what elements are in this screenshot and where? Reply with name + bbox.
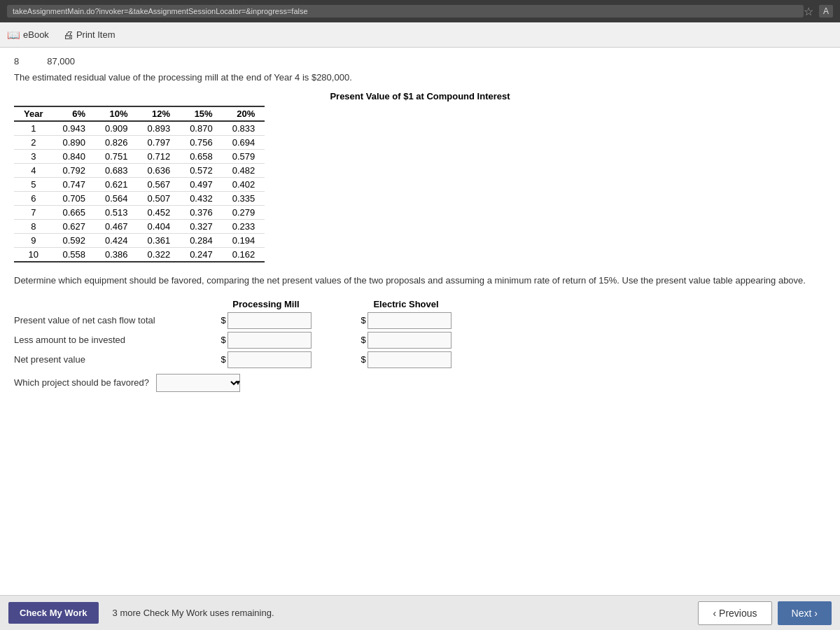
processing-input-0[interactable] — [227, 312, 312, 329]
electric-input-2[interactable] — [368, 351, 451, 368]
processing-input-2[interactable] — [227, 351, 312, 368]
row-8: 8 87,000 — [14, 56, 826, 66]
a-badge: A — [819, 5, 833, 18]
pv-table: Year 6% 10% 12% 15% 20% 10.9430.9090.893… — [14, 106, 265, 262]
which-project-dropdown[interactable]: Processing Mill Electric Shovel — [156, 374, 240, 392]
electric-input-cell-0: $ — [336, 312, 476, 329]
input-row-0: Present value of net cash flow total$$ — [14, 312, 826, 329]
table-title: Present Value of $1 at Compound Interest — [14, 91, 826, 102]
processing-input-cell-0: $ — [196, 312, 336, 329]
table-row: 30.8400.7510.7120.6580.579 — [14, 150, 265, 164]
next-chevron-icon: › — [814, 608, 818, 619]
row-label-2: Net present value — [14, 351, 196, 368]
check-remaining-text: 3 more Check My Work uses remaining. — [113, 608, 274, 618]
nav-buttons: ‹ Previous Next › — [698, 601, 832, 625]
print-icon: 🖨 — [63, 29, 74, 41]
determine-text: Determine which equipment should be favo… — [14, 274, 826, 288]
processing-input-cell-1: $ — [196, 332, 336, 349]
table-row: 70.6650.5130.4520.3760.279 — [14, 206, 265, 220]
pv-table-section: Present Value of $1 at Compound Interest… — [14, 91, 826, 262]
col-15pct: 15% — [180, 106, 223, 121]
table-row: 50.7470.6210.5670.4970.402 — [14, 178, 265, 192]
col-header-electric: Electric Shovel — [336, 299, 476, 309]
electric-input-cell-2: $ — [336, 351, 476, 368]
table-row: 60.7050.5640.5070.4320.335 — [14, 192, 265, 206]
star-icon: ☆ — [804, 5, 813, 18]
ebook-button[interactable]: 📖 eBook — [7, 29, 49, 41]
description-text: The estimated residual value of the proc… — [14, 72, 826, 83]
next-label: Next — [792, 608, 812, 619]
row-label-1: Less amount to be invested — [14, 332, 196, 348]
col-6pct: 6% — [52, 106, 95, 121]
ebook-label: eBook — [23, 29, 49, 40]
table-row: 20.8900.8260.7970.7560.694 — [14, 136, 265, 150]
row-value: 87,000 — [47, 56, 75, 66]
col-year: Year — [14, 106, 52, 121]
table-row: 90.5920.4240.3610.2840.194 — [14, 234, 265, 248]
print-label: Print Item — [76, 29, 115, 40]
input-rows: Present value of net cash flow total$$Le… — [14, 312, 826, 368]
row-number: 8 — [14, 56, 19, 66]
input-row-2: Net present value$$ — [14, 351, 826, 368]
col-20pct: 20% — [223, 106, 265, 121]
content-area: 8 87,000 The estimated residual value of… — [0, 48, 840, 595]
col-headers: Processing Mill Electric Shovel — [14, 299, 826, 309]
col-header-processing: Processing Mill — [196, 299, 336, 309]
previous-button[interactable]: ‹ Previous — [698, 601, 771, 625]
check-my-work-button[interactable]: Check My Work — [8, 602, 99, 624]
col-12pct: 12% — [138, 106, 181, 121]
table-row: 80.6270.4670.4040.3270.233 — [14, 220, 265, 234]
col-10pct: 10% — [95, 106, 138, 121]
table-row: 40.7920.6830.6360.5720.482 — [14, 164, 265, 178]
ebook-icon: 📖 — [7, 29, 20, 41]
processing-input-cell-2: $ — [196, 351, 336, 368]
input-row-1: Less amount to be invested$$ — [14, 332, 826, 349]
browser-url: takeAssignmentMain.do?invoker=&takeAssig… — [7, 5, 804, 18]
which-project-label: Which project should be favored? — [14, 377, 149, 388]
print-button[interactable]: 🖨 Print Item — [63, 29, 115, 41]
pv-table-body: 10.9430.9090.8930.8700.83320.8900.8260.7… — [14, 121, 265, 262]
bottom-bar: Check My Work 3 more Check My Work uses … — [0, 595, 840, 630]
table-row: 100.5580.3860.3220.2470.162 — [14, 248, 265, 262]
toolbar: 📖 eBook 🖨 Print Item — [0, 22, 840, 48]
label-spacer — [14, 299, 196, 309]
input-section: Processing Mill Electric Shovel Present … — [14, 299, 826, 392]
prev-chevron-icon: ‹ — [713, 608, 716, 619]
processing-input-1[interactable] — [227, 332, 312, 349]
browser-bar: takeAssignmentMain.do?invoker=&takeAssig… — [0, 0, 840, 22]
electric-input-0[interactable] — [368, 312, 451, 329]
which-project-row: Which project should be favored? Process… — [14, 374, 826, 392]
electric-input-cell-1: $ — [336, 332, 476, 349]
electric-input-1[interactable] — [368, 332, 451, 349]
next-button[interactable]: Next › — [778, 601, 832, 625]
table-header-row: Year 6% 10% 12% 15% 20% — [14, 106, 265, 121]
row-label-0: Present value of net cash flow total — [14, 312, 196, 328]
table-row: 10.9430.9090.8930.8700.833 — [14, 121, 265, 136]
previous-label: Previous — [719, 608, 757, 619]
